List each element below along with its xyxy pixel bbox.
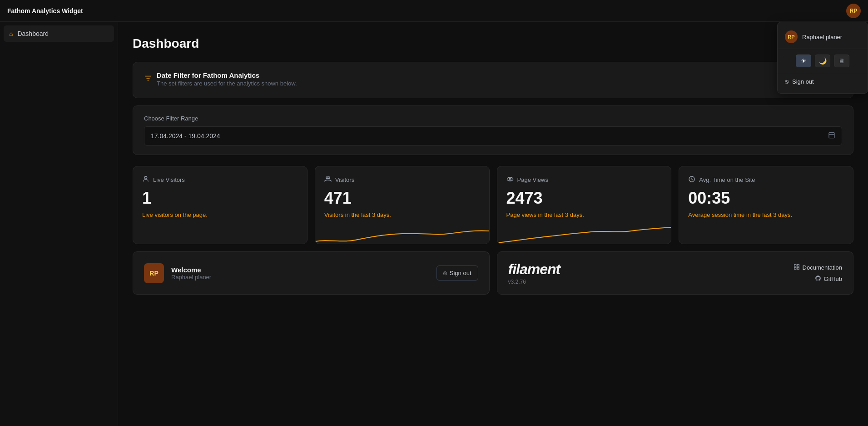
eye-icon bbox=[506, 175, 514, 184]
visitors-desc: Visitors in the last 3 days. bbox=[324, 211, 480, 218]
svg-point-10 bbox=[507, 177, 513, 181]
avg-time-desc: Average session time in the last 3 days. bbox=[688, 211, 844, 218]
calendar-icon bbox=[828, 131, 835, 140]
theme-row: ☀ 🌙 🖥 bbox=[778, 49, 868, 73]
stat-card-live-visitors: Live Visitors 1 Live visitors on the pag… bbox=[133, 166, 308, 244]
visitors-value: 471 bbox=[324, 189, 480, 208]
svg-rect-14 bbox=[797, 264, 799, 266]
live-visitors-desc: Live visitors on the page. bbox=[142, 211, 298, 218]
page-views-value: 2473 bbox=[506, 189, 662, 208]
filament-logo: filament bbox=[508, 261, 560, 278]
signout-icon: ⎋ bbox=[785, 78, 789, 85]
documentation-link[interactable]: Documentation bbox=[794, 264, 842, 271]
date-filter-subtitle: The set filters are used for the analyti… bbox=[157, 80, 297, 87]
svg-rect-16 bbox=[794, 267, 796, 269]
signout-label: Sign out bbox=[450, 270, 471, 276]
live-visitors-value: 1 bbox=[142, 189, 298, 208]
card-header: Date Filter for Fathom Analytics The set… bbox=[144, 71, 842, 87]
page-views-label: Page Views bbox=[517, 176, 548, 183]
avg-time-value: 00:35 bbox=[688, 189, 844, 208]
main-content: Dashboard Date Filter for Fathom Analyti… bbox=[118, 22, 868, 426]
group-icon bbox=[324, 175, 332, 184]
date-filter-card: Date Filter for Fathom Analytics The set… bbox=[133, 62, 853, 98]
sidebar-item-label: Dashboard bbox=[17, 30, 49, 37]
avg-time-label: Avg. Time on the Site bbox=[699, 176, 755, 183]
welcome-avatar: RP bbox=[144, 263, 164, 283]
documentation-icon bbox=[794, 264, 800, 271]
dropdown-avatar: RP bbox=[785, 30, 798, 43]
filter-range-label: Choose Filter Range bbox=[144, 115, 842, 122]
clock-icon bbox=[688, 175, 695, 184]
signout-button[interactable]: ⎋ Sign out bbox=[436, 266, 478, 281]
user-dropdown: RP Raphael planer ☀ 🌙 🖥 ⎋ Sign out bbox=[777, 22, 868, 94]
page-title: Dashboard bbox=[133, 36, 853, 51]
filament-version: v3.2.76 bbox=[508, 279, 560, 285]
documentation-label: Documentation bbox=[803, 264, 842, 271]
bottom-grid: RP Welcome Raphael planer ⎋ Sign out fil… bbox=[133, 251, 853, 295]
stat-header-avgtime: Avg. Time on the Site bbox=[688, 175, 844, 184]
live-visitors-label: Live Visitors bbox=[153, 176, 185, 183]
stat-card-visitors: Visitors 471 Visitors in the last 3 days… bbox=[315, 166, 490, 244]
date-range-value: 17.04.2024 - 19.04.2024 bbox=[151, 132, 220, 140]
stat-header-live: Live Visitors bbox=[142, 175, 298, 184]
welcome-left: RP Welcome Raphael planer bbox=[144, 263, 211, 283]
filament-card: filament v3.2.76 Documentation bbox=[497, 251, 854, 295]
signout-icon: ⎋ bbox=[443, 270, 447, 276]
person-icon bbox=[142, 175, 149, 184]
card-header-left: Date Filter for Fathom Analytics The set… bbox=[144, 71, 297, 87]
sidebar: ⌂ Dashboard bbox=[0, 22, 118, 426]
theme-dark-button[interactable]: 🌙 bbox=[815, 55, 830, 67]
svg-point-11 bbox=[509, 178, 511, 180]
filter-icon bbox=[144, 74, 152, 84]
filament-links: Documentation GitHub bbox=[794, 264, 842, 283]
date-input-wrapper[interactable]: 17.04.2024 - 19.04.2024 bbox=[144, 126, 842, 145]
layout: ⌂ Dashboard Dashboard Date Filter for Fa… bbox=[0, 22, 868, 426]
svg-rect-3 bbox=[829, 133, 834, 138]
welcome-title: Welcome bbox=[171, 266, 211, 274]
welcome-card: RP Welcome Raphael planer ⎋ Sign out bbox=[133, 251, 490, 295]
svg-point-9 bbox=[328, 177, 330, 179]
stat-card-page-views: Page Views 2473 Page views in the last 3… bbox=[497, 166, 672, 244]
dropdown-signout-button[interactable]: ⎋ Sign out bbox=[778, 73, 868, 90]
theme-system-button[interactable]: 🖥 bbox=[834, 55, 849, 67]
stat-card-avg-time: Avg. Time on the Site 00:35 Average sess… bbox=[679, 166, 853, 244]
visitors-chart bbox=[315, 226, 489, 244]
date-filter-title: Date Filter for Fathom Analytics bbox=[157, 71, 297, 79]
pageviews-chart bbox=[497, 226, 671, 244]
github-icon bbox=[815, 275, 821, 283]
page-views-desc: Page views in the last 3 days. bbox=[506, 211, 662, 218]
dropdown-signout-label: Sign out bbox=[792, 78, 814, 85]
stat-header-visitors: Visitors bbox=[324, 175, 480, 184]
github-link[interactable]: GitHub bbox=[815, 275, 842, 283]
svg-point-7 bbox=[144, 176, 147, 179]
svg-rect-15 bbox=[797, 267, 799, 269]
dropdown-username: Raphael planer bbox=[802, 34, 842, 40]
filament-left: filament v3.2.76 bbox=[508, 261, 560, 285]
topbar: Fathom Analytics Widget RP bbox=[0, 0, 868, 22]
theme-light-button[interactable]: ☀ bbox=[796, 55, 811, 67]
svg-rect-13 bbox=[794, 264, 796, 266]
sidebar-item-dashboard[interactable]: ⌂ Dashboard bbox=[4, 25, 114, 42]
stat-header-pageviews: Page Views bbox=[506, 175, 662, 184]
visitors-label: Visitors bbox=[335, 176, 354, 183]
filter-range-card: Choose Filter Range 17.04.2024 - 19.04.2… bbox=[133, 105, 853, 155]
welcome-username: Raphael planer bbox=[171, 274, 211, 281]
home-icon: ⌂ bbox=[9, 30, 13, 37]
github-label: GitHub bbox=[824, 276, 842, 282]
dropdown-user-row: RP Raphael planer bbox=[778, 26, 868, 49]
stats-grid: Live Visitors 1 Live visitors on the pag… bbox=[133, 166, 853, 244]
user-avatar-button[interactable]: RP bbox=[846, 4, 861, 18]
app-title: Fathom Analytics Widget bbox=[7, 7, 83, 15]
